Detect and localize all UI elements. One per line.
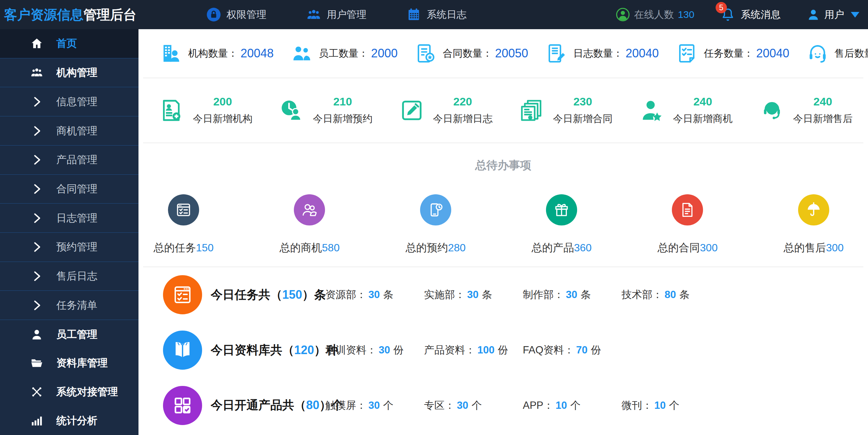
sidebar-item[interactable]: 任务清单: [0, 291, 138, 320]
todo-item: 总的预约280: [373, 194, 499, 255]
daily-stat-value: 100: [477, 344, 495, 356]
sidebar-item[interactable]: 合同管理: [0, 175, 138, 204]
daily-stat-value: 30: [368, 400, 380, 411]
sidebar-item[interactable]: 预约管理: [0, 233, 138, 262]
sidebar-item[interactable]: 商机管理: [0, 116, 138, 146]
sidebar-item[interactable]: 资料库管理: [0, 349, 138, 378]
person-icon: [29, 327, 44, 342]
staff-pair-icon: [291, 42, 313, 64]
todo-value: 300: [700, 242, 718, 254]
todo-label: 总的任务: [153, 242, 196, 254]
daily-summary-row: 今日任务共（150）条 资源部：30条 实施部：30条 制作部：30条 技术部：…: [138, 267, 868, 323]
aftersale-headset-icon: [760, 98, 784, 123]
sidebar-item[interactable]: 员工管理: [0, 320, 138, 349]
messages-label: 系统消息: [741, 8, 780, 22]
top-nav-item[interactable]: 用户管理: [306, 7, 366, 22]
online-value: 130: [678, 9, 694, 20]
bell-wrap: 5: [720, 7, 736, 22]
board-check-icon: [175, 201, 192, 219]
top-nav-label: 系统日志: [427, 8, 466, 22]
total-stat-label: 合同数量：: [443, 47, 492, 60]
sidebar-item[interactable]: 首页: [0, 29, 138, 58]
lock-icon: [206, 7, 221, 22]
sidebar-item[interactable]: 售后日志: [0, 262, 138, 291]
daily-stat-unit: 条: [482, 289, 492, 300]
chevron-right-icon: [29, 268, 44, 284]
daily-stat-unit: 条: [383, 289, 393, 300]
daily-stat: 培训资料：30份: [326, 343, 424, 357]
today-stat-label: 今日新增商机: [673, 112, 733, 126]
daily-circle: [163, 330, 202, 370]
sidebar-item[interactable]: 机构管理: [0, 58, 138, 88]
todo-label-row: 总的预约280: [405, 241, 465, 255]
sidebar-item-label: 售后日志: [56, 269, 97, 283]
todo-item: 总的合同300: [624, 194, 750, 255]
daily-stat-label: 专区：: [424, 400, 455, 411]
today-stat: 220 今日新增日志: [383, 95, 503, 126]
user-group-icon: [306, 7, 321, 22]
daily-items: 资源部：30条 实施部：30条 制作部：30条 技术部：80条: [326, 288, 720, 302]
todo-label: 总的售后: [783, 242, 826, 254]
daily-stat-unit: 份: [393, 344, 404, 356]
headset-icon: [807, 42, 829, 64]
todo-label-row: 总的合同300: [658, 241, 718, 255]
today-stat-label: 今日新增合同: [553, 112, 613, 126]
sidebar-item-label: 任务清单: [56, 298, 97, 312]
today-stat-block: 240 今日新增商机: [673, 95, 733, 126]
sidebar-item[interactable]: 统计分析: [0, 406, 138, 435]
daily-stat-label: APP：: [523, 400, 554, 411]
total-stat-label: 机构数量：: [188, 47, 238, 60]
todo-label: 总的商机: [280, 242, 322, 254]
today-stat-block: 200 今日新增机构: [193, 95, 252, 126]
caret-down-icon: [851, 12, 859, 18]
user-star-icon: [639, 98, 664, 123]
todo-circle: [672, 194, 703, 226]
todo-label: 总的产品: [531, 242, 574, 254]
totals-row: 机构数量： 20048 员工数量： 2000 合同数量： 20050 日志数量：…: [143, 29, 863, 78]
daily-stat-label: 实施部：: [424, 289, 465, 300]
top-nav: 权限管理 用户管理 系统日志: [206, 7, 466, 22]
user-menu[interactable]: 用户: [806, 8, 859, 22]
total-stat: 任务数量： 20040: [659, 42, 789, 64]
sidebar-item[interactable]: 信息管理: [0, 87, 138, 116]
daily-stat-label: FAQ资料：: [523, 344, 574, 356]
daily-stat-label: 制作部：: [523, 289, 564, 300]
today-stat-value: 200: [213, 95, 232, 108]
chevron-right-icon: [29, 94, 44, 109]
total-stat-value: 20050: [495, 47, 528, 60]
daily-stat: 实施部：30条: [424, 288, 523, 302]
daily-stat-unit: 个: [383, 400, 393, 411]
total-stat-label: 任务数量：: [704, 47, 753, 60]
sidebar-item[interactable]: 系统对接管理: [0, 378, 138, 406]
daily-stat-value: 10: [654, 400, 665, 411]
daily-stat-label: 资源部：: [326, 289, 366, 300]
today-stat: 240 今日新增商机: [623, 95, 743, 126]
daily-circle: [163, 275, 202, 314]
total-stat-label: 日志数量：: [573, 47, 623, 60]
daily-stat-unit: 份: [591, 344, 601, 356]
sidebar-item[interactable]: 产品管理: [0, 146, 138, 175]
daily-stat-value: 30: [467, 289, 478, 300]
daily-circle: [163, 386, 202, 425]
log-edit-icon: [545, 42, 567, 64]
top-nav-item[interactable]: 权限管理: [206, 7, 266, 22]
todo-circle: [168, 194, 199, 226]
daily-stat: 制作部：30条: [523, 288, 621, 302]
daily-stat: 资源部：30条: [326, 288, 424, 302]
todo-circle: [420, 194, 451, 226]
sidebar-item-label: 日志管理: [56, 211, 97, 225]
today-stat: 200 今日新增机构: [143, 95, 263, 126]
task-check-icon: [676, 42, 698, 64]
phone-clock-icon: [427, 201, 444, 219]
top-nav-item[interactable]: 系统日志: [406, 7, 466, 22]
total-stat-label: 售后数量：: [835, 47, 868, 60]
daily-title: 今日任务共（150）条: [211, 287, 326, 303]
avatar-icon: [806, 8, 820, 22]
todo-label-row: 总的产品360: [531, 241, 591, 255]
sidebar-item[interactable]: 日志管理: [0, 204, 138, 233]
system-messages-button[interactable]: 5 系统消息: [720, 7, 780, 22]
today-stat-value: 240: [693, 95, 712, 108]
total-stat: 员工数量： 2000: [274, 42, 398, 64]
daily-summary-row: 今日开通产品共（80）个 触摸屏：30个 专区：30个 APP：10个 微刊：1…: [138, 378, 868, 433]
online-count: 在线人数 130: [616, 7, 694, 22]
